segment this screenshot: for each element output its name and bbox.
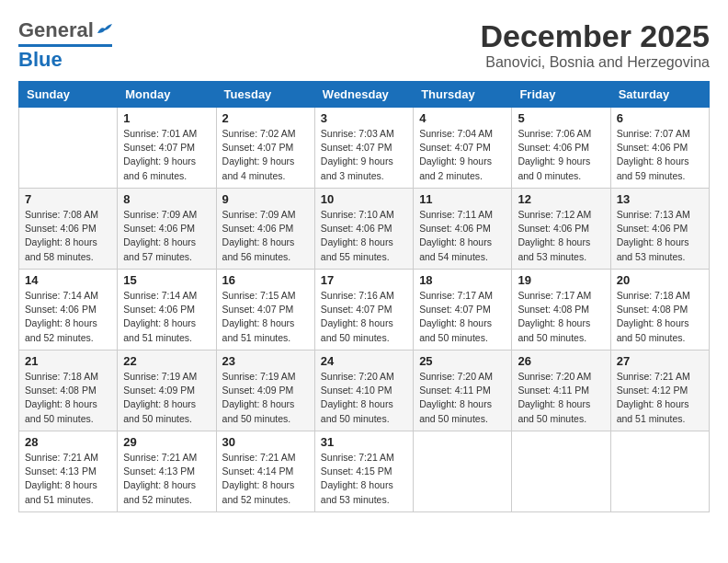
day-info: Sunrise: 7:16 AM Sunset: 4:07 PM Dayligh… [321,289,407,345]
calendar-day-cell: 8Sunrise: 7:09 AM Sunset: 4:06 PM Daylig… [118,189,216,270]
day-number: 7 [25,192,111,206]
calendar-week-row: 21Sunrise: 7:18 AM Sunset: 4:08 PM Dayli… [19,350,710,431]
day-number: 31 [321,435,407,449]
calendar-table: SundayMondayTuesdayWednesdayThursdayFrid… [18,81,710,512]
day-info: Sunrise: 7:14 AM Sunset: 4:06 PM Dayligh… [123,289,210,345]
day-info: Sunrise: 7:21 AM Sunset: 4:14 PM Dayligh… [222,451,309,507]
day-info: Sunrise: 7:09 AM Sunset: 4:06 PM Dayligh… [222,208,309,264]
calendar-day-cell: 11Sunrise: 7:11 AM Sunset: 4:06 PM Dayli… [414,189,512,270]
day-info: Sunrise: 7:14 AM Sunset: 4:06 PM Dayligh… [25,289,111,345]
calendar-day-cell: 9Sunrise: 7:09 AM Sunset: 4:06 PM Daylig… [216,189,314,270]
day-number: 5 [518,111,604,125]
calendar-day-cell: 1Sunrise: 7:01 AM Sunset: 4:07 PM Daylig… [118,108,216,189]
logo-general: General [18,18,94,42]
calendar-day-cell: 10Sunrise: 7:10 AM Sunset: 4:06 PM Dayli… [314,189,413,270]
day-of-week-header: Tuesday [216,82,314,108]
day-info: Sunrise: 7:20 AM Sunset: 4:11 PM Dayligh… [419,370,506,426]
day-info: Sunrise: 7:21 AM Sunset: 4:13 PM Dayligh… [123,451,210,507]
day-number: 30 [222,435,309,449]
calendar-day-cell: 15Sunrise: 7:14 AM Sunset: 4:06 PM Dayli… [118,270,216,350]
day-info: Sunrise: 7:03 AM Sunset: 4:07 PM Dayligh… [321,127,407,183]
calendar-day-cell: 18Sunrise: 7:17 AM Sunset: 4:07 PM Dayli… [414,270,512,350]
calendar-day-cell: 2Sunrise: 7:02 AM Sunset: 4:07 PM Daylig… [216,108,314,189]
calendar-day-cell [414,431,512,512]
day-of-week-header: Wednesday [314,82,413,108]
calendar-day-cell: 3Sunrise: 7:03 AM Sunset: 4:07 PM Daylig… [314,108,413,189]
logo: General Blue [18,18,112,72]
day-info: Sunrise: 7:04 AM Sunset: 4:07 PM Dayligh… [419,127,506,183]
calendar-day-cell: 29Sunrise: 7:21 AM Sunset: 4:13 PM Dayli… [118,431,216,512]
day-info: Sunrise: 7:11 AM Sunset: 4:06 PM Dayligh… [419,208,506,264]
day-number: 10 [321,192,407,206]
day-info: Sunrise: 7:02 AM Sunset: 4:07 PM Dayligh… [222,127,309,183]
day-info: Sunrise: 7:17 AM Sunset: 4:07 PM Dayligh… [419,289,506,345]
calendar-day-cell: 19Sunrise: 7:17 AM Sunset: 4:08 PM Dayli… [512,270,610,350]
day-number: 23 [222,354,309,368]
calendar-day-cell: 30Sunrise: 7:21 AM Sunset: 4:14 PM Dayli… [216,431,314,512]
calendar-day-cell: 20Sunrise: 7:18 AM Sunset: 4:08 PM Dayli… [610,270,709,350]
day-of-week-header: Thursday [414,82,512,108]
page-header: General Blue December 2025 Banovici, Bos… [18,18,710,72]
day-number: 14 [25,273,111,287]
day-info: Sunrise: 7:15 AM Sunset: 4:07 PM Dayligh… [222,289,309,345]
day-info: Sunrise: 7:18 AM Sunset: 4:08 PM Dayligh… [617,289,703,345]
subtitle: Banovici, Bosnia and Herzegovina [480,54,710,71]
day-number: 27 [617,354,703,368]
day-number: 28 [25,435,111,449]
day-number: 9 [222,192,309,206]
calendar-day-cell: 16Sunrise: 7:15 AM Sunset: 4:07 PM Dayli… [216,270,314,350]
day-number: 18 [419,273,506,287]
calendar-day-cell: 25Sunrise: 7:20 AM Sunset: 4:11 PM Dayli… [414,350,512,431]
calendar-header: SundayMondayTuesdayWednesdayThursdayFrid… [19,82,710,108]
day-number: 11 [419,192,506,206]
day-number: 17 [321,273,407,287]
day-number: 20 [617,273,703,287]
calendar-body: 1Sunrise: 7:01 AM Sunset: 4:07 PM Daylig… [19,108,710,512]
calendar-week-row: 1Sunrise: 7:01 AM Sunset: 4:07 PM Daylig… [19,108,710,189]
day-number: 8 [123,192,210,206]
calendar-day-cell: 12Sunrise: 7:12 AM Sunset: 4:06 PM Dayli… [512,189,610,270]
title-block: December 2025 Banovici, Bosnia and Herze… [480,18,710,71]
calendar-day-cell: 14Sunrise: 7:14 AM Sunset: 4:06 PM Dayli… [19,270,118,350]
day-info: Sunrise: 7:21 AM Sunset: 4:15 PM Dayligh… [321,451,407,507]
day-number: 4 [419,111,506,125]
calendar-week-row: 7Sunrise: 7:08 AM Sunset: 4:06 PM Daylig… [19,189,710,270]
calendar-day-cell: 22Sunrise: 7:19 AM Sunset: 4:09 PM Dayli… [118,350,216,431]
day-number: 26 [518,354,604,368]
day-number: 2 [222,111,309,125]
day-info: Sunrise: 7:09 AM Sunset: 4:06 PM Dayligh… [123,208,210,264]
day-number: 1 [123,111,210,125]
calendar-week-row: 28Sunrise: 7:21 AM Sunset: 4:13 PM Dayli… [19,431,710,512]
day-number: 21 [25,354,111,368]
day-of-week-header: Sunday [19,82,118,108]
calendar-week-row: 14Sunrise: 7:14 AM Sunset: 4:06 PM Dayli… [19,270,710,350]
day-number: 15 [123,273,210,287]
day-number: 19 [518,273,604,287]
day-of-week-header: Saturday [610,82,709,108]
day-info: Sunrise: 7:01 AM Sunset: 4:07 PM Dayligh… [123,127,210,183]
calendar-day-cell [610,431,709,512]
day-info: Sunrise: 7:20 AM Sunset: 4:11 PM Dayligh… [518,370,604,426]
day-number: 24 [321,354,407,368]
calendar-day-cell: 24Sunrise: 7:20 AM Sunset: 4:10 PM Dayli… [314,350,413,431]
calendar-day-cell: 26Sunrise: 7:20 AM Sunset: 4:11 PM Dayli… [512,350,610,431]
calendar-day-cell: 7Sunrise: 7:08 AM Sunset: 4:06 PM Daylig… [19,189,118,270]
day-info: Sunrise: 7:17 AM Sunset: 4:08 PM Dayligh… [518,289,604,345]
day-number: 16 [222,273,309,287]
calendar-day-cell: 28Sunrise: 7:21 AM Sunset: 4:13 PM Dayli… [19,431,118,512]
day-info: Sunrise: 7:13 AM Sunset: 4:06 PM Dayligh… [617,208,703,264]
logo-bird-icon [96,24,112,37]
logo-blue: Blue [18,48,63,72]
day-of-week-header: Friday [512,82,610,108]
day-number: 13 [617,192,703,206]
day-info: Sunrise: 7:08 AM Sunset: 4:06 PM Dayligh… [25,208,111,264]
day-info: Sunrise: 7:20 AM Sunset: 4:10 PM Dayligh… [321,370,407,426]
day-of-week-header: Monday [118,82,216,108]
calendar-day-cell: 4Sunrise: 7:04 AM Sunset: 4:07 PM Daylig… [414,108,512,189]
calendar-day-cell [512,431,610,512]
day-info: Sunrise: 7:10 AM Sunset: 4:06 PM Dayligh… [321,208,407,264]
calendar-day-cell: 31Sunrise: 7:21 AM Sunset: 4:15 PM Dayli… [314,431,413,512]
calendar-day-cell: 13Sunrise: 7:13 AM Sunset: 4:06 PM Dayli… [610,189,709,270]
calendar-day-cell: 6Sunrise: 7:07 AM Sunset: 4:06 PM Daylig… [610,108,709,189]
calendar-day-cell: 5Sunrise: 7:06 AM Sunset: 4:06 PM Daylig… [512,108,610,189]
